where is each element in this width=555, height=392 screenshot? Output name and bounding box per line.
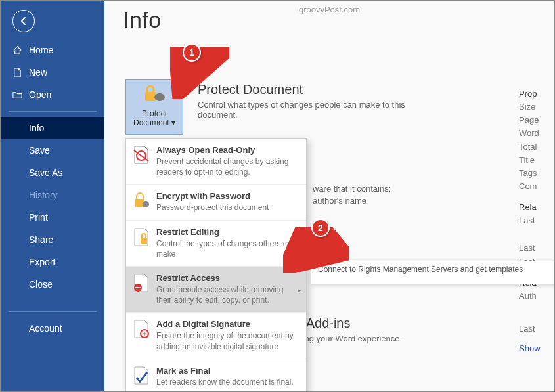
sidebar-item-new[interactable]: New xyxy=(1,61,104,83)
prop-total: Total xyxy=(519,141,553,154)
menu-restrict-editing[interactable]: Restrict Editing Control the types of ch… xyxy=(126,220,306,266)
prop-last-created: Last xyxy=(519,242,553,255)
menu-item-title: Restrict Access xyxy=(156,273,298,283)
newdoc-icon xyxy=(12,68,22,77)
sidebar-item-close[interactable]: Close xyxy=(1,273,104,295)
restrict-access-icon xyxy=(133,273,150,293)
back-button[interactable] xyxy=(12,10,35,32)
prop-last-modified: Last xyxy=(519,214,553,227)
sidebar-separator xyxy=(9,111,97,112)
protect-document-heading: Protect Document Control what types of c… xyxy=(198,82,447,120)
sidebar-item-info[interactable]: Info xyxy=(1,117,104,139)
tile-label-line2: Document xyxy=(133,118,169,127)
menu-item-title: Restrict Editing xyxy=(156,227,298,237)
prop-words: Word xyxy=(519,127,553,140)
prop-title: Title xyxy=(519,154,553,167)
chevron-down-icon: ▾ xyxy=(171,118,175,127)
sidebar-item-history: History xyxy=(1,184,104,206)
svg-rect-8 xyxy=(135,287,141,288)
sidebar-item-label: Share xyxy=(29,234,53,245)
menu-encrypt-with-password[interactable]: Encrypt with Password Password-protect t… xyxy=(126,184,306,219)
tile-label-line1: Protect xyxy=(142,109,167,118)
menu-item-desc: Prevent accidental changes by asking rea… xyxy=(156,156,298,177)
menu-mark-as-final[interactable]: Mark as Final Let readers know the docum… xyxy=(126,359,306,392)
bg-text-author: author's name xyxy=(313,196,366,206)
menu-item-desc: Control the types of changes others can … xyxy=(156,238,298,259)
backstage-sidebar: Home New Open Info Save Save As History … xyxy=(1,1,104,391)
prop-comments: Com xyxy=(519,180,553,193)
sidebar-item-label: New xyxy=(29,67,47,77)
sidebar-item-label: Save xyxy=(29,145,50,156)
sidebar-item-label: Info xyxy=(29,123,44,133)
sidebar-item-export[interactable]: Export xyxy=(1,251,104,273)
menu-item-title: Mark as Final xyxy=(156,366,298,376)
prop-author: Auth xyxy=(519,290,553,303)
properties-panel: Prop Size Page Word Total Title Tags Com… xyxy=(519,87,553,355)
svg-rect-6 xyxy=(141,238,147,244)
menu-item-title: Add a Digital Signature xyxy=(156,319,298,329)
sidebar-item-open[interactable]: Open xyxy=(1,83,104,106)
sidebar-item-save[interactable]: Save xyxy=(1,139,104,162)
annotation-badge-2: 2 xyxy=(313,220,328,236)
sidebar-item-save-as[interactable]: Save As xyxy=(1,162,104,184)
sidebar-item-label: Open xyxy=(29,89,51,100)
prop-size: Size xyxy=(519,100,553,114)
prop-pages: Page xyxy=(519,114,553,127)
restrict-editing-icon xyxy=(133,227,150,247)
sidebar-item-print[interactable]: Print xyxy=(1,206,104,229)
watermark: groovyPost.com xyxy=(299,5,360,14)
shield-lock-icon xyxy=(143,84,166,104)
sidebar-item-label: Account xyxy=(29,323,62,334)
menu-item-desc: Grant people access while removing their… xyxy=(156,284,298,305)
annotation-badge-1: 1 xyxy=(184,45,200,60)
sidebar-item-label: History xyxy=(29,190,58,200)
home-icon xyxy=(12,45,22,55)
sidebar-item-label: Export xyxy=(29,257,55,267)
section-title: Protect Document xyxy=(198,82,447,97)
sidebar-item-share[interactable]: Share xyxy=(1,229,104,251)
show-all-properties-link[interactable]: Show xyxy=(519,342,553,355)
properties-header: Prop xyxy=(519,87,553,100)
submenu-indicator-icon: ▸ xyxy=(298,286,301,293)
sidebar-separator xyxy=(9,311,97,312)
signature-icon xyxy=(133,319,150,339)
menu-item-desc: Let readers know the document is final. xyxy=(156,377,298,387)
annotation-arrow-1 xyxy=(170,47,229,99)
menu-item-title: Always Open Read-Only xyxy=(156,145,298,155)
section-description: Control what types of changes people can… xyxy=(198,100,447,120)
menu-always-open-read-only[interactable]: Always Open Read-Only Prevent accidental… xyxy=(126,139,306,184)
protect-document-menu: Always Open Read-Only Prevent accidental… xyxy=(125,138,307,392)
menu-item-desc: Password-protect this document xyxy=(156,202,298,213)
bg-text-aware: ware that it contains: xyxy=(313,184,391,194)
menu-item-title: Encrypt with Password xyxy=(156,191,298,201)
sidebar-item-label: Home xyxy=(29,45,53,55)
menu-item-desc: Ensure the integrity of the document by … xyxy=(156,330,298,351)
sidebar-item-label: Save As xyxy=(29,167,62,178)
menu-restrict-access[interactable]: Restrict Access Grant people access whil… xyxy=(126,266,306,312)
sidebar-item-label: Print xyxy=(29,212,48,223)
lock-key-icon xyxy=(133,191,150,211)
related-dates-header: Rela xyxy=(519,201,553,214)
svg-point-5 xyxy=(143,201,149,207)
svg-rect-0 xyxy=(145,92,156,101)
sidebar-item-account[interactable]: Account xyxy=(1,317,104,339)
readonly-icon xyxy=(133,145,150,165)
open-icon xyxy=(12,90,22,100)
sidebar-item-home[interactable]: Home xyxy=(1,39,104,61)
back-arrow-icon xyxy=(18,16,29,26)
svg-rect-2 xyxy=(158,93,161,98)
prop-last-modified-by: Last xyxy=(519,322,553,336)
sidebar-item-label: Close xyxy=(29,279,53,290)
menu-add-digital-signature[interactable]: Add a Digital Signature Ensure the integ… xyxy=(126,312,306,358)
prop-tags: Tags xyxy=(519,167,553,180)
mark-final-icon xyxy=(133,366,150,385)
